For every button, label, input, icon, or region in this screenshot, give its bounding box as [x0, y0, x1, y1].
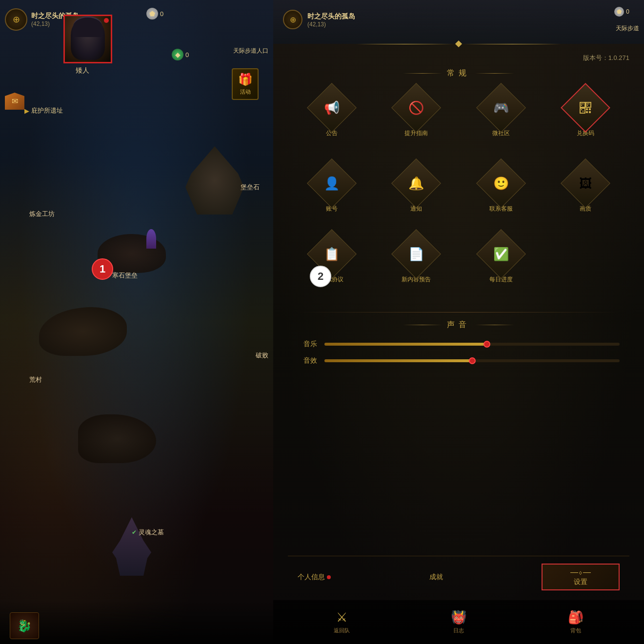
guide-diamond-wrap: 🚫: [399, 90, 434, 125]
return-team-icon: ⚔: [336, 610, 347, 625]
daily-diamond-wrap: ✅: [483, 236, 519, 272]
sfx-slider-thumb: [469, 357, 476, 364]
right-currency: ⬟ 0: [614, 7, 629, 17]
preview-diamond-wrap: 📄: [399, 236, 434, 272]
bag-icon: 🎒: [568, 610, 584, 625]
sound-line-left: [403, 325, 442, 325]
ornament-line-right: [463, 44, 561, 44]
currency-silver: ⬟ 0: [146, 8, 163, 20]
settings-item-community[interactable]: 🎮 微社区: [462, 90, 540, 137]
settings-button[interactable]: —⬨— 设置: [542, 564, 620, 590]
badge-2: 2: [310, 266, 331, 287]
svg-rect-5: [581, 105, 582, 106]
shelter-label[interactable]: ▶ 庇护所遗址: [24, 106, 63, 115]
tab-return-team[interactable]: ⚔ 返回队: [334, 610, 350, 634]
silver-gem-icon: ⬟: [146, 8, 158, 20]
mail-icon[interactable]: ✉: [5, 93, 24, 110]
redeem-icon: [568, 90, 603, 125]
settings-btn-icon: —⬨—: [570, 568, 591, 577]
account-diamond-wrap: 👤: [314, 166, 349, 201]
settings-item-preview[interactable]: 📄 新内容预告: [378, 236, 456, 284]
sound-section: 声音 音乐 音效: [273, 312, 644, 373]
village-label[interactable]: 荒村: [29, 375, 42, 384]
settings-item-guide[interactable]: 🚫 提升指南: [378, 90, 456, 137]
music-slider-row: 音乐: [298, 340, 620, 349]
settings-item-notification[interactable]: 🔔 通知: [378, 166, 456, 213]
compass-icon[interactable]: ⊕: [5, 8, 27, 31]
top-bar-right: ⊕ 时之尽头的孤岛 (42,13): [273, 0, 644, 39]
personal-info-button[interactable]: 个人信息: [298, 573, 331, 582]
log-label: 日志: [453, 627, 464, 634]
soul-label[interactable]: ✔ 灵魂之墓: [132, 528, 164, 537]
sfx-slider-track[interactable]: [324, 359, 620, 362]
tab-log[interactable]: 👹 日志: [451, 610, 466, 634]
section-general-title: 常规: [403, 68, 514, 78]
settings-grid-row2: 👤 账号 🔔 通知 🙂 联系客服 🖼 画质: [288, 161, 629, 218]
castle-label[interactable]: 堡垒石: [241, 183, 260, 192]
svg-rect-13: [586, 111, 588, 113]
activity-button[interactable]: 🎁 活动: [232, 68, 259, 100]
bottom-icon[interactable]: 🐉: [10, 612, 39, 639]
settings-item-announcement[interactable]: 📢 公告: [293, 90, 371, 137]
character-name: 矮人: [76, 66, 89, 75]
ornament-line-left: [356, 44, 454, 44]
personal-info-label: 个人信息: [298, 573, 325, 582]
sound-title: 声音: [403, 320, 514, 330]
svg-rect-11: [586, 108, 588, 110]
music-slider-track[interactable]: [324, 343, 620, 346]
guide-icon: 🚫: [399, 90, 434, 125]
alchemy-label[interactable]: 炼金工坊: [29, 210, 55, 218]
account-icon: 👤: [314, 166, 349, 201]
sfx-label: 音效: [298, 356, 317, 365]
support-icon: 🙂: [483, 166, 519, 201]
portrait-hood: [71, 19, 105, 60]
music-slider-thumb: [483, 341, 490, 348]
coldstone-label[interactable]: 寒石堡垒: [112, 271, 138, 280]
right-compass-icon[interactable]: ⊕: [283, 10, 302, 29]
right-silver-gem-icon: ⬟: [614, 7, 624, 17]
achievement-button[interactable]: 成就: [429, 573, 443, 582]
music-slider-fill: [324, 343, 487, 346]
top-ornament: [356, 41, 561, 46]
bag-label: 背包: [570, 627, 581, 634]
personal-info-dot: [327, 575, 331, 579]
activity-label: 活动: [240, 88, 251, 96]
settings-item-quality[interactable]: 🖼 画质: [547, 166, 625, 213]
music-label: 音乐: [298, 340, 317, 349]
svg-rect-14: [589, 111, 591, 113]
step-road-label: 天际步道人口: [233, 47, 268, 55]
currency-green: ◆ 0: [172, 49, 189, 60]
log-icon: 👹: [451, 610, 466, 625]
section-line-left: [403, 73, 442, 74]
top-bar-left: ⊕ 时之尽头的孤岛 (42,13): [0, 0, 273, 39]
left-panel: ⊕ 时之尽头的孤岛 (42,13) 天际步道人口 ⬟ 0 ◆ 0 矮人 🎁 活动…: [0, 0, 273, 644]
svg-rect-8: [587, 105, 588, 106]
settings-grid-row1: 📢 公告 🚫 提升指南 🎮 微社区: [288, 85, 629, 142]
sound-divider-top: [298, 312, 620, 312]
notification-icon: 🔔: [399, 166, 434, 201]
redeem-diamond-wrap: [568, 90, 603, 125]
tab-bag[interactable]: 🎒 背包: [568, 610, 584, 634]
svg-rect-7: [588, 103, 589, 104]
settings-item-redeem[interactable]: 兑换码: [547, 90, 625, 137]
ornament-diamond: [455, 40, 462, 47]
portrait-red-dot: [104, 18, 109, 23]
quality-icon: 🖼: [568, 166, 603, 201]
right-location-coords: (42,13): [307, 21, 355, 28]
settings-item-account[interactable]: 👤 账号: [293, 166, 371, 213]
settings-item-support[interactable]: 🙂 联系客服: [462, 166, 540, 213]
mail-symbol: ✉: [12, 97, 18, 106]
ruins-label[interactable]: 破败: [256, 351, 268, 360]
shelter-text: 庇护所遗址: [31, 106, 63, 115]
sfx-slider-row: 音效: [298, 356, 620, 365]
sfx-slider-fill: [324, 359, 472, 362]
svg-rect-1: [586, 102, 591, 107]
badge-1-text: 1: [100, 263, 105, 275]
personal-info-row: 个人信息: [298, 573, 331, 582]
settings-item-daily[interactable]: ✅ 每日进度: [462, 236, 540, 284]
version-text: 版本号：1.0.271: [583, 54, 629, 62]
badge-2-text: 2: [318, 270, 323, 283]
svg-rect-6: [587, 103, 588, 104]
character-portrait[interactable]: [63, 15, 112, 63]
settings-item-privacy[interactable]: 📋 隐私协议: [293, 236, 371, 284]
